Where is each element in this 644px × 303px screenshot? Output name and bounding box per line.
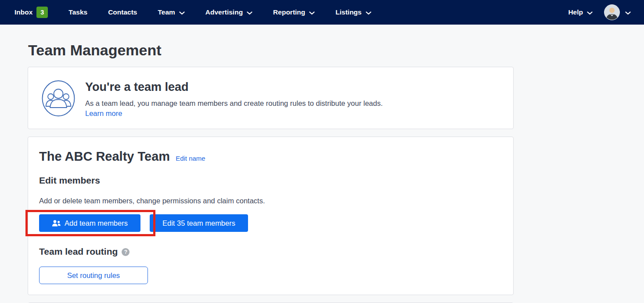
learn-more-link[interactable]: Learn more: [85, 109, 122, 117]
chevron-down-icon: [366, 9, 371, 17]
nav-item-advertising[interactable]: Advertising: [205, 8, 252, 17]
nav-help-label: Help: [568, 8, 583, 16]
nav-item-reporting[interactable]: Reporting: [273, 8, 315, 17]
team-lead-card-body: You're a team lead As a team lead, you m…: [85, 80, 383, 118]
add-members-people-icon: [52, 220, 61, 227]
team-name-title: The ABC Realty Team: [39, 148, 170, 164]
team-settings-card: The ABC Realty Team Edit name Edit membe…: [28, 137, 514, 295]
team-lead-routing-heading: Team lead routing: [39, 246, 118, 257]
nav-reporting-label: Reporting: [273, 8, 305, 16]
nav-item-inbox[interactable]: Inbox 3: [14, 7, 48, 18]
nav-right-group: Help: [568, 4, 631, 20]
nav-item-contacts[interactable]: Contacts: [108, 8, 137, 16]
top-navbar: Inbox 3 Tasks Contacts Team Advertising …: [0, 0, 644, 25]
team-group-icon: [41, 80, 76, 119]
chevron-down-icon: [179, 9, 185, 17]
nav-item-team[interactable]: Team: [158, 8, 184, 17]
user-avatar[interactable]: [604, 4, 620, 20]
inbox-count-badge: 3: [36, 7, 48, 18]
team-title-row: The ABC Realty Team Edit name: [39, 148, 502, 164]
team-lead-info-card: You're a team lead As a team lead, you m…: [28, 67, 514, 129]
nav-advertising-label: Advertising: [205, 8, 243, 16]
edit-team-members-button[interactable]: Edit 35 team members: [150, 214, 248, 232]
set-routing-rules-button[interactable]: Set routing rules: [39, 267, 148, 284]
team-lead-card-title: You're a team lead: [85, 80, 383, 94]
team-lead-routing-row: Team lead routing ?: [39, 246, 502, 257]
nav-item-tasks[interactable]: Tasks: [68, 8, 87, 16]
member-buttons-row: Add team members Edit 35 team members: [39, 214, 502, 232]
chevron-down-icon: [247, 9, 252, 17]
chevron-down-icon: [587, 9, 593, 17]
add-team-members-button[interactable]: Add team members: [39, 214, 140, 232]
add-team-members-label: Add team members: [65, 219, 128, 227]
help-question-icon[interactable]: ?: [122, 248, 130, 256]
nav-team-label: Team: [158, 8, 175, 16]
edit-members-heading: Edit members: [39, 175, 502, 186]
main-content: Team Management You're a team lead As a …: [28, 41, 514, 303]
nav-left-group: Inbox 3 Tasks Contacts Team Advertising …: [14, 7, 371, 18]
page-title: Team Management: [28, 41, 514, 59]
nav-contacts-label: Contacts: [108, 8, 137, 16]
nav-tasks-label: Tasks: [68, 8, 87, 16]
nav-listings-label: Listings: [335, 8, 361, 16]
nav-item-listings[interactable]: Listings: [335, 8, 371, 17]
chevron-down-icon: [309, 9, 315, 17]
nav-item-help[interactable]: Help: [568, 8, 593, 17]
edit-team-members-label: Edit 35 team members: [162, 219, 235, 227]
team-lead-card-description: As a team lead, you manage team members …: [85, 98, 383, 108]
edit-name-link[interactable]: Edit name: [176, 155, 205, 162]
nav-inbox-label: Inbox: [14, 8, 32, 16]
edit-members-description: Add or delete team members, change permi…: [39, 196, 502, 205]
account-menu[interactable]: [604, 4, 631, 20]
chevron-down-icon: [625, 9, 631, 17]
